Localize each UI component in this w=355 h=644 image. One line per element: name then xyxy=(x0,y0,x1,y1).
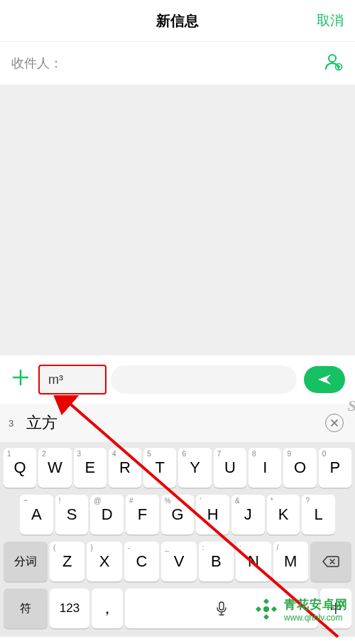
key-v[interactable]: _V xyxy=(161,542,196,581)
key-q[interactable]: 1Q xyxy=(4,448,36,488)
microphone-icon xyxy=(214,601,229,616)
key-y[interactable]: 6Y xyxy=(178,448,211,488)
keyboard-row-2: ~A!S@D#F%G'H&J*K?L xyxy=(1,495,354,535)
watermark-logo-icon xyxy=(253,596,280,623)
key-l[interactable]: ?L xyxy=(302,495,335,535)
number-key[interactable]: 123 xyxy=(50,589,89,628)
key-z[interactable]: (Z xyxy=(50,542,84,581)
key-h[interactable]: 'H xyxy=(196,495,229,535)
keyboard-brand-icon: S xyxy=(348,397,355,415)
message-input-value: m³ xyxy=(48,372,63,387)
key-s[interactable]: !S xyxy=(55,495,89,535)
key-c[interactable]: -C xyxy=(124,542,159,581)
send-button[interactable] xyxy=(304,366,345,393)
keyboard-row-3: 分词 (Z)X-C_V:B;N/M xyxy=(1,542,354,581)
candidate-superscript[interactable]: 3 xyxy=(9,418,13,429)
key-d[interactable]: @D xyxy=(90,495,124,535)
message-input[interactable]: m³ xyxy=(38,365,106,395)
key-g[interactable]: %G xyxy=(161,495,195,535)
key-t[interactable]: 5T xyxy=(143,448,176,488)
key-b[interactable]: :B xyxy=(199,542,234,581)
segment-key[interactable]: 分词 xyxy=(4,542,48,581)
comma-key[interactable]: ， xyxy=(92,589,123,628)
message-area[interactable] xyxy=(0,85,355,355)
key-r[interactable]: 4R xyxy=(109,448,141,488)
key-a[interactable]: ~A xyxy=(20,495,53,535)
svg-point-0 xyxy=(329,55,336,62)
key-o[interactable]: 9O xyxy=(283,448,316,488)
key-n[interactable]: ;N xyxy=(236,542,271,581)
page-title: 新信息 xyxy=(156,11,199,31)
keyboard-row-1: 1Q2W3E4R5T6Y7U8I9O0P xyxy=(1,448,354,488)
input-bar: m³ xyxy=(0,355,355,404)
watermark-url: www.qhhlv.com xyxy=(284,613,348,623)
cancel-button[interactable]: 取消 xyxy=(317,11,344,30)
svg-point-4 xyxy=(263,606,269,612)
symbol-key[interactable]: 符 xyxy=(4,589,48,628)
recipient-label: 收件人： xyxy=(11,55,324,72)
candidate-clear-button[interactable] xyxy=(325,414,344,432)
attach-button[interactable] xyxy=(10,367,31,392)
key-m[interactable]: /M xyxy=(273,542,308,581)
key-e[interactable]: 3E xyxy=(74,448,106,488)
svg-rect-2 xyxy=(219,602,224,610)
key-w[interactable]: 2W xyxy=(38,448,71,488)
recipient-row[interactable]: 收件人： xyxy=(0,41,355,85)
watermark-title: 青花安卓网 xyxy=(284,596,348,613)
candidate-word[interactable]: 立方 xyxy=(26,412,58,434)
backspace-key[interactable] xyxy=(310,542,351,581)
message-input-rest[interactable] xyxy=(111,365,297,394)
key-k[interactable]: *K xyxy=(267,495,300,535)
key-p[interactable]: 0P xyxy=(319,448,351,488)
watermark: 青花安卓网 www.qhhlv.com xyxy=(253,596,348,623)
ime-candidate-bar: 3 立方 S xyxy=(0,404,355,442)
add-contact-icon[interactable] xyxy=(324,52,344,75)
key-u[interactable]: 7U xyxy=(214,448,246,488)
header: 新信息 取消 xyxy=(0,0,355,41)
key-j[interactable]: &J xyxy=(231,495,265,535)
key-i[interactable]: 8I xyxy=(248,448,281,488)
key-x[interactable]: )X xyxy=(87,542,121,581)
key-f[interactable]: #F xyxy=(126,495,159,535)
